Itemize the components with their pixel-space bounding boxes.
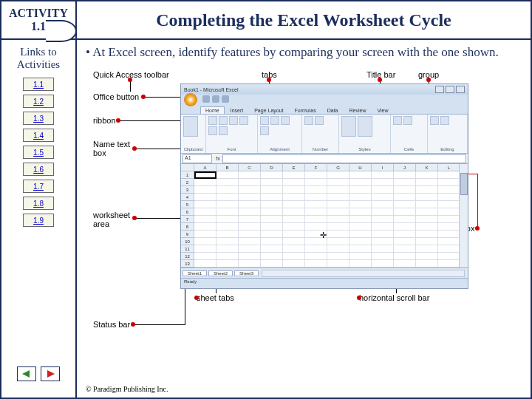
sidebar-link[interactable]: 1.1 [23,78,54,91]
worksheet-grid: 1 2 3 4 5 6 7 8 9 10 11 12 13 [181,164,468,275]
redo-icon [222,95,229,103]
font-icon [208,116,217,125]
formula-bar: A1 fx [181,154,468,164]
col-header: B [216,164,239,171]
ribbon-tab: Home [200,106,225,114]
col-header: L [438,164,460,171]
font-icon [219,116,228,125]
callout-line [133,324,185,325]
col-headers: A B C D E F G H I J K L [194,164,468,171]
callout-line [118,120,182,121]
main-content: • At Excel screen, identify features by … [77,40,531,399]
row-header: 9 [181,231,194,238]
label-ribbon: ribbon [93,116,116,125]
slide: ACTIVITY 1.1 Completing the Excel Worksh… [0,0,532,399]
sidebar-link[interactable]: 1.2 [23,95,54,108]
align-icon [270,116,279,125]
callout-line [185,286,185,325]
col-header: H [349,164,372,171]
sidebar-link[interactable]: 1.7 [23,180,54,193]
callout-dot [475,226,480,231]
editing-icon [430,116,439,125]
ribbon-group: Clipboard [181,115,206,153]
horizontal-scrollbar [262,270,465,277]
cells-icon [393,116,402,125]
ribbon-group: Number [302,115,339,153]
row-header: 4 [181,194,194,201]
sidebar-link[interactable]: 1.3 [23,112,54,125]
number-icon [315,116,324,125]
ribbon-group: Styles [339,115,391,153]
body: Links to Activities 1.1 1.2 1.3 1.4 1.5 … [1,40,531,399]
col-header: C [239,164,261,171]
ribbon-tab: Review [344,106,372,114]
active-cell [194,171,216,179]
callout-dot [141,95,146,99]
name-box: A1 [183,154,212,163]
callout-dot [128,78,132,82]
sidebar-link[interactable]: 1.9 [23,214,54,227]
row-header: 13 [181,260,194,267]
next-button[interactable] [41,366,60,381]
row-header: 12 [181,253,194,260]
col-header: K [416,164,438,171]
align-icon [281,116,290,125]
callout-line [134,149,182,149]
header: ACTIVITY 1.1 Completing the Excel Worksh… [1,1,531,40]
status-bar: Ready [181,278,468,288]
nav-arrows [17,366,60,381]
styles-icon [341,116,356,137]
prev-button[interactable] [17,366,36,381]
col-header: D [261,164,283,171]
row-header: 5 [181,201,194,208]
ribbon-tab: View [372,106,393,114]
ribbon-tab: Formulas [290,106,321,114]
sidebar-link[interactable]: 1.5 [23,146,54,159]
label-worksheet-area: worksheet area [93,211,130,228]
window-controls [435,86,465,93]
sidebar-link[interactable]: 1.8 [23,197,54,210]
row-headers: 1 2 3 4 5 6 7 8 9 10 11 12 13 [181,164,194,275]
sidebar-link[interactable]: 1.6 [23,163,54,176]
excel-title-text: Book1 - Microsoft Excel [184,87,239,92]
sidebar-link[interactable]: 1.4 [23,129,54,142]
maximize-icon [446,86,454,93]
label-sheet-tabs: sheet tabs [197,293,234,302]
styles-icon [358,116,372,137]
row-header: 8 [181,223,194,231]
col-header: J [394,164,416,171]
excel-screenshot: Book1 - Microsoft Excel [180,83,468,289]
fx-icon: fx [214,156,222,161]
quick-access-toolbar [181,95,468,103]
excel-title-bar: Book1 - Microsoft Excel [181,84,468,95]
ribbon-tab: Page Layout [249,106,288,114]
close-icon [456,86,465,93]
col-header: E [283,164,305,171]
callout-dot [426,78,431,82]
callout-dot [131,322,135,327]
row-header: 3 [181,186,194,194]
ribbon-group: Font [206,115,258,153]
columns: A B C D E F G H I J K L [194,164,468,275]
align-icon [260,126,269,135]
formula-input [222,154,466,163]
minimize-icon [435,86,444,93]
col-header: I [372,164,394,171]
sheet-tab: Sheet1 [183,270,207,276]
font-icon [229,116,238,125]
activity-line1: ACTIVITY [9,7,68,20]
svg-marker-1 [47,370,55,378]
scroll-thumb [460,173,468,195]
callout-dot [378,78,382,82]
ribbon: Clipboard Font Alignment Number Styles C… [181,114,468,154]
callout-dot [132,216,137,220]
sheet-tab: Sheet3 [234,270,259,276]
editing-icon [440,116,449,125]
label-office-button: Office button [93,92,139,101]
sheet-tab-bar: Sheet1 Sheet2 Sheet3 [181,267,468,278]
paste-icon [183,116,198,137]
callout-dot [267,78,271,82]
sheet-tab: Sheet2 [208,270,233,276]
ribbon-tab: Insert [225,106,249,114]
ribbon-group: Alignment [258,115,302,153]
